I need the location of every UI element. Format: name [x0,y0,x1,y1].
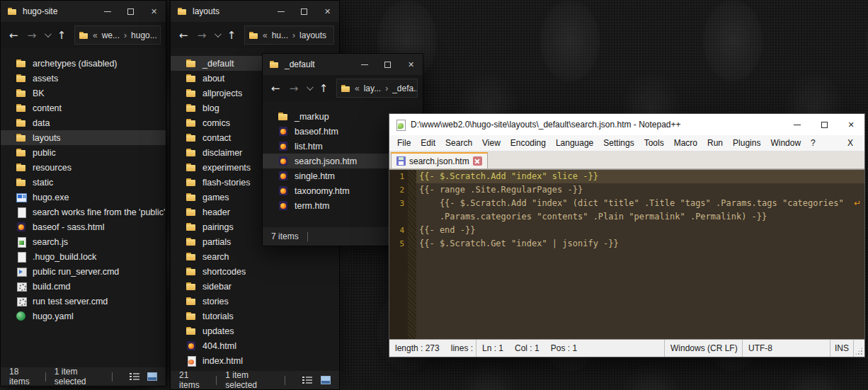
line-number[interactable]: 3 [389,197,408,210]
list-item[interactable]: shortcodes [171,264,339,279]
minimize-button[interactable] [353,54,376,75]
list-item[interactable]: hugo.yaml [1,309,166,323]
list-item[interactable]: .hugo_build.lock [1,249,166,264]
code-line[interactable]: 5 {{- $.Scratch.Get "index" | jsonify -}… [389,237,864,251]
up-button[interactable]: ↑ [315,82,332,95]
list-item[interactable]: BK [1,86,166,101]
thumbnail-view-button[interactable] [147,372,157,381]
window-titlebar[interactable]: layouts ✕ [171,1,339,22]
menu-item[interactable]: Run [702,138,728,148]
up-button[interactable]: ↑ [53,29,70,42]
back-button[interactable]: ← [5,29,22,42]
list-item[interactable]: tutorials [171,309,339,323]
code-line[interactable]: 3 {{- $.Scratch.Add "index" (dict "title… [389,197,864,210]
fold-margin[interactable] [408,197,416,210]
line-number[interactable]: 2 [389,183,408,197]
list-item[interactable]: assets [1,71,166,86]
menu-item[interactable]: File [392,138,416,148]
list-item[interactable]: data [1,115,166,130]
address-bar[interactable]: « we... › hugo... [74,25,161,45]
list-item[interactable]: search works fine from the 'public' fo [1,205,166,219]
list-item[interactable]: stories [171,294,339,309]
tab-search-json-htm[interactable]: search.json.htm [391,152,488,168]
window-titlebar[interactable]: D:\www\web2.0\hugo-site\layouts\_default… [389,114,864,135]
list-item[interactable]: run test server.cmd [1,294,166,309]
list-item[interactable]: build.cmd [1,279,166,294]
list-item[interactable]: archetypes (disabled) [1,56,166,71]
breadcrumb-part[interactable]: layouts [299,30,326,40]
menu-item[interactable]: Window [765,138,806,148]
status-insert-mode[interactable]: INS [835,343,849,353]
menu-item[interactable]: View [477,138,506,148]
menu-item[interactable]: ? [806,138,821,148]
list-item[interactable]: static [1,175,166,190]
menu-item[interactable]: Language [551,138,598,148]
list-item[interactable]: hugo.exe [1,190,166,205]
list-item[interactable]: search.js [1,234,166,249]
breadcrumb-part[interactable]: hugo... [131,30,157,40]
address-bar[interactable]: « lay... › _defa... [336,79,418,98]
maximize-button[interactable] [119,1,142,22]
recent-locations-chevron-icon[interactable] [212,33,222,38]
minimize-button[interactable] [269,1,292,22]
breadcrumb-part[interactable]: hu... [272,30,288,40]
code-line[interactable]: 2 {{- range .Site.RegularPages -}} [389,183,864,197]
list-item[interactable]: 404.html [171,338,339,353]
code-line[interactable]: 1 {{- $.Scratch.Add "index" slice -}} [389,170,864,183]
fold-margin[interactable] [408,210,416,224]
menu-item[interactable]: Tools [639,138,669,148]
up-button[interactable]: ↑ [223,29,240,42]
fold-margin[interactable] [408,170,416,183]
list-item[interactable]: content [1,101,166,115]
line-number[interactable] [389,210,408,224]
menu-item[interactable]: Settings [598,138,639,148]
fold-margin[interactable] [408,224,416,237]
window-titlebar[interactable]: hugo-site ✕ [1,1,166,22]
editor[interactable]: 1 {{- $.Scratch.Add "index" slice -}} 2 … [389,169,864,340]
list-item[interactable]: index.html [171,353,339,368]
list-item[interactable]: search [171,249,339,264]
list-item[interactable]: sidebar [171,279,339,294]
resize-grip[interactable] [855,347,863,355]
list-item[interactable]: public run_server.cmd [1,264,166,279]
code-area[interactable]: 1 {{- $.Scratch.Add "index" slice -}} 2 … [389,170,864,251]
close-button[interactable]: ✕ [399,54,423,75]
menu-item[interactable]: Edit [416,138,440,148]
list-item[interactable]: baseof - sass.html [1,219,166,234]
menu-item[interactable]: Macro [669,138,702,148]
maximize-button[interactable] [292,1,316,22]
list-item[interactable]: layouts [1,130,166,145]
line-number[interactable]: 4 [389,224,408,237]
details-view-button[interactable] [302,376,312,384]
code-line[interactable]: 4 {{- end -}} [389,224,864,237]
maximize-button[interactable] [376,54,399,75]
list-item[interactable]: updates [171,323,339,338]
forward-button[interactable]: → [193,29,210,42]
forward-button[interactable]: → [285,82,302,95]
close-button[interactable]: ✕ [142,1,166,22]
back-button[interactable]: ← [175,29,192,42]
breadcrumb-part[interactable]: lay... [364,84,381,93]
close-button[interactable]: ✕ [316,1,339,22]
menu-item[interactable]: Plugins [728,138,765,148]
minimize-button[interactable] [784,114,811,135]
details-view-button[interactable] [130,372,139,381]
breadcrumb-part[interactable]: we... [102,30,120,40]
menu-item[interactable]: Encoding [506,138,551,148]
list-item[interactable]: public [1,145,166,160]
minimize-button[interactable] [96,1,119,22]
close-button[interactable]: ✕ [838,114,864,135]
line-number[interactable]: 1 [389,170,408,183]
fold-margin[interactable] [408,237,416,251]
back-button[interactable]: ← [267,82,284,95]
list-item[interactable]: resources [1,160,166,175]
code-line[interactable]: .Params.categories "contents" .Plain "pe… [389,210,864,224]
forward-button[interactable]: → [23,29,40,42]
recent-locations-chevron-icon[interactable] [42,33,52,38]
thumbnail-view-button[interactable] [321,376,331,384]
breadcrumb-part[interactable]: _defa... [392,84,418,93]
menu-item[interactable]: Search [440,138,477,148]
line-number[interactable]: 5 [389,237,408,251]
recent-locations-chevron-icon[interactable] [304,86,314,91]
fold-margin[interactable] [408,183,416,197]
